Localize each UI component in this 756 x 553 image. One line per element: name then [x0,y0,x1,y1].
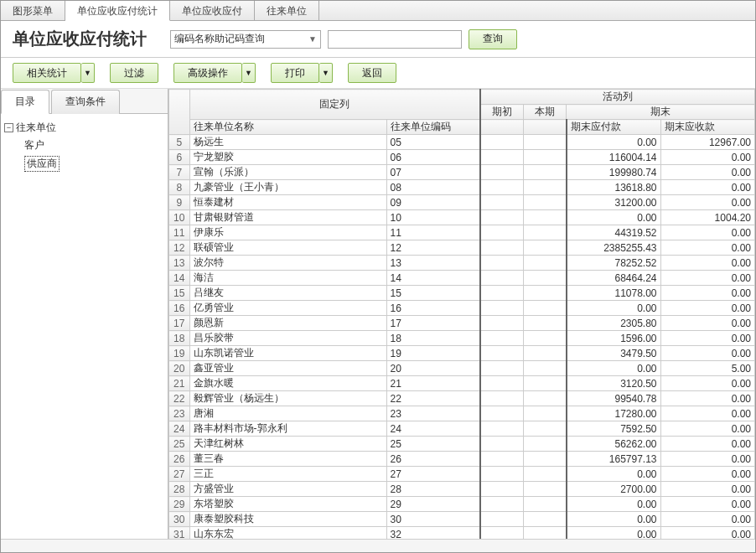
table-row[interactable]: 17颜恩新172305.800.00 [169,316,755,331]
cell-pay: 11078.00 [567,286,660,301]
table-row[interactable]: 18昌乐胶带181596.000.00 [169,331,755,346]
cell-begin [480,256,523,271]
cell-code: 18 [386,331,480,346]
table-row[interactable]: 8九豪管业（王小青）0813618.800.00 [169,180,755,195]
cell-code: 14 [386,271,480,286]
table-row[interactable]: 31山东东宏320.000.00 [169,527,755,540]
table-row[interactable]: 28方盛管业282700.000.00 [169,482,755,497]
table-row[interactable]: 22毅辉管业（杨远生）2299540.780.00 [169,391,755,406]
back-button[interactable]: 返回 [348,63,396,83]
row-number: 18 [169,331,190,346]
cell-code: 24 [386,421,480,437]
dynamic-cols-header[interactable]: 活动列 [480,90,754,105]
table-row[interactable]: 30康泰塑胶科技300.000.00 [169,512,755,527]
col-code-header[interactable]: 往来单位编码 [386,120,480,135]
table-row[interactable]: 21金旗水暖213120.500.00 [169,376,755,391]
col-begin-header[interactable] [480,120,523,135]
table-row[interactable]: 9恒泰建材0931200.000.00 [169,195,755,210]
table-row[interactable]: 10甘肃银财管道100.001004.20 [169,210,755,225]
cell-code: 22 [386,391,480,406]
search-type-select[interactable]: 编码名称助记码查询 ▼ [170,30,321,49]
related-stats-button[interactable]: 相关统计 [13,63,81,83]
filter-button[interactable]: 过滤 [110,63,158,83]
row-number: 10 [169,210,190,225]
period-current-header[interactable]: 本期 [524,105,567,120]
cell-recv: 5.00 [660,361,754,376]
related-stats-dropdown[interactable]: ▼ [81,63,95,83]
table-row[interactable]: 20鑫亚管业200.005.00 [169,361,755,376]
cell-pay: 78252.52 [567,256,660,271]
top-tab-2[interactable]: 单位应收应付 [170,1,255,20]
period-begin-header[interactable]: 期初 [480,105,523,120]
print-button[interactable]: 打印 [271,63,319,83]
cell-code: 25 [386,437,480,452]
table-row[interactable]: 12联硕管业122385255.430.00 [169,240,755,256]
table-row[interactable]: 25天津红树林2556262.000.00 [169,437,755,452]
tree-root-label: 往来单位 [16,121,56,135]
cell-code: 28 [386,482,480,497]
cell-name: 宁龙塑胶 [189,150,386,165]
row-number: 27 [169,467,190,482]
row-number: 19 [169,346,190,361]
advanced-dropdown[interactable]: ▼ [242,63,256,83]
table-row[interactable]: 19山东凯诺管业193479.500.00 [169,346,755,361]
cell-name: 吕继友 [189,286,386,301]
col-recv-header[interactable]: 期末应收款 [660,120,754,135]
cell-current [524,271,567,286]
header-row: 单位应收应付统计 编码名称助记码查询 ▼ 查询 [1,21,755,58]
table-row[interactable]: 26董三春26165797.130.00 [169,452,755,467]
cell-current [524,512,567,527]
top-tab-0[interactable]: 图形菜单 [1,1,65,20]
cell-pay: 13618.80 [567,180,660,195]
cell-begin [480,225,523,240]
table-row[interactable]: 24路丰材料市场-郭永利247592.500.00 [169,421,755,437]
table-row[interactable]: 13波尔特1378252.520.00 [169,256,755,271]
top-tab-3[interactable]: 往来单位 [255,1,319,20]
cell-name: 颜恩新 [189,316,386,331]
cell-pay: 56262.00 [567,437,660,452]
table-row[interactable]: 6宁龙塑胶06116004.140.00 [169,150,755,165]
tree-item-customer[interactable]: 客户 [24,137,164,154]
cell-pay: 17280.00 [567,406,660,421]
cell-pay: 0.00 [567,467,660,482]
search-input[interactable] [328,30,462,49]
table-row[interactable]: 29东塔塑胶290.000.00 [169,497,755,512]
table-row[interactable]: 15吕继友1511078.000.00 [169,286,755,301]
cell-code: 23 [386,406,480,421]
left-tab-1[interactable]: 查询条件 [51,90,120,114]
cell-pay: 0.00 [567,512,660,527]
col-current-header[interactable] [524,120,567,135]
top-tab-1[interactable]: 单位应收应付统计 [65,1,170,21]
table-row[interactable]: 14海洁1468464.240.00 [169,271,755,286]
table-row[interactable]: 11伊康乐1144319.520.00 [169,225,755,240]
query-button[interactable]: 查询 [469,29,517,49]
cell-pay: 7592.50 [567,421,660,437]
cell-recv: 0.00 [660,316,754,331]
cell-name: 杨远生 [189,135,386,150]
table-row[interactable]: 16亿勇管业160.000.00 [169,301,755,316]
grid-scroll[interactable]: 固定列 活动列 期初 本期 期末 往来单位名称 往来单位编码 [168,89,755,539]
cell-current [524,316,567,331]
cell-name: 康泰塑胶科技 [189,512,386,527]
cell-code: 32 [386,527,480,540]
col-name-header[interactable]: 往来单位名称 [189,120,386,135]
table-row[interactable]: 7宣翰（乐派）07199980.740.00 [169,165,755,180]
tree-item-supplier[interactable]: 供应商 [24,154,164,173]
tree-root[interactable]: − 往来单位 [4,119,164,137]
col-pay-header[interactable]: 期末应付款 [567,120,660,135]
left-tab-0[interactable]: 目录 [1,90,49,114]
table-row[interactable]: 27三正270.000.00 [169,467,755,482]
cell-name: 海洁 [189,271,386,286]
row-number: 26 [169,452,190,467]
print-dropdown[interactable]: ▼ [319,63,333,83]
cell-recv: 0.00 [660,256,754,271]
cell-name: 九豪管业（王小青） [189,180,386,195]
tree-collapse-icon[interactable]: − [4,123,13,132]
period-end-header[interactable]: 期末 [567,105,755,120]
cell-begin [480,210,523,225]
table-row[interactable]: 5杨远生050.0012967.00 [169,135,755,150]
advanced-button[interactable]: 高级操作 [173,63,242,83]
row-number: 12 [169,240,190,256]
table-row[interactable]: 23唐湘2317280.000.00 [169,406,755,421]
fixed-cols-header[interactable]: 固定列 [189,90,480,120]
